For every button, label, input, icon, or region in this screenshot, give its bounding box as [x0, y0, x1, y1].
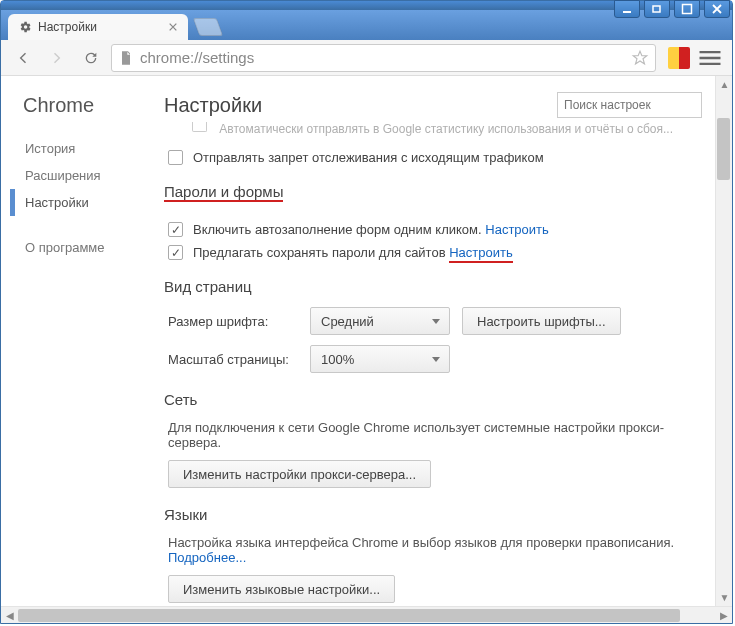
autofill-checkbox[interactable] [168, 222, 183, 237]
languages-section: Языки Настройка языка интерфейса Chrome … [164, 506, 702, 603]
save-passwords-checkbox[interactable] [168, 245, 183, 260]
hscroll-thumb[interactable] [18, 609, 680, 622]
passwords-title: Пароли и формы [164, 183, 283, 202]
content-area: Chrome История Расширения Настройки О пр… [1, 76, 732, 606]
passwords-section: Пароли и формы Включить автозаполнение ф… [164, 183, 702, 260]
autofill-configure-link[interactable]: Настроить [485, 222, 549, 237]
vertical-scrollbar[interactable]: ▲ ▼ [715, 76, 732, 606]
font-size-select[interactable]: Средний [310, 307, 450, 335]
restore-button[interactable] [644, 0, 670, 18]
minimize-button[interactable] [614, 0, 640, 18]
reload-button[interactable] [77, 44, 105, 72]
save-passwords-label: Предлагать сохранять пароли для сайтов Н… [193, 245, 513, 260]
window-controls [614, 0, 730, 18]
sidebar-item-about[interactable]: О программе [25, 234, 146, 261]
tab-title: Настройки [38, 20, 162, 34]
languages-title: Языки [164, 506, 702, 523]
do-not-track-checkbox[interactable] [168, 150, 183, 165]
sidebar-item-settings[interactable]: Настройки [10, 189, 146, 216]
page-title: Настройки [164, 94, 557, 117]
zoom-row: Масштаб страницы: 100% [168, 345, 702, 373]
appearance-title: Вид страниц [164, 278, 702, 295]
network-title: Сеть [164, 391, 702, 408]
sidebar-item-extensions[interactable]: Расширения [25, 162, 146, 189]
toolbar [1, 40, 732, 76]
scroll-down-icon[interactable]: ▼ [716, 589, 732, 606]
omnibox[interactable] [111, 44, 656, 72]
forward-button[interactable] [43, 44, 71, 72]
svg-rect-0 [623, 11, 631, 13]
maximize-button[interactable] [674, 0, 700, 18]
save-passwords-row: Предлагать сохранять пароли для сайтов Н… [168, 245, 702, 260]
languages-more-link[interactable]: Подробнее... [168, 550, 246, 565]
extension-icon[interactable] [668, 47, 690, 69]
proxy-settings-button[interactable]: Изменить настройки прокси-сервера... [168, 460, 431, 488]
cutoff-row: Автоматически отправлять в Google статис… [192, 122, 702, 136]
svg-rect-1 [653, 6, 660, 12]
browser-window: Настройки Chrome История Расширения Наст… [0, 0, 733, 624]
appearance-section: Вид страниц Размер шрифта: Средний Настр… [164, 278, 702, 373]
horizontal-scrollbar[interactable]: ◀ ▶ [1, 606, 732, 623]
url-input[interactable] [140, 49, 631, 66]
search-settings-input[interactable] [557, 92, 702, 118]
gear-icon [18, 20, 32, 34]
new-tab-button[interactable] [193, 18, 224, 36]
configure-fonts-button[interactable]: Настроить шрифты... [462, 307, 621, 335]
sidebar-title: Chrome [23, 94, 146, 117]
menu-button[interactable] [696, 44, 724, 72]
autofill-label: Включить автозаполнение форм одним клико… [193, 222, 549, 237]
do-not-track-label: Отправлять запрет отслеживания с исходящ… [193, 150, 544, 165]
browser-tab[interactable]: Настройки [8, 14, 188, 40]
cutoff-text: Автоматически отправлять в Google статис… [219, 122, 673, 136]
close-window-button[interactable] [704, 0, 730, 18]
sidebar: Chrome История Расширения Настройки О пр… [1, 76, 146, 606]
zoom-label: Масштаб страницы: [168, 352, 298, 367]
page-header: Настройки [164, 92, 702, 118]
do-not-track-row: Отправлять запрет отслеживания с исходящ… [168, 150, 702, 165]
back-button[interactable] [9, 44, 37, 72]
close-tab-icon[interactable] [168, 22, 178, 32]
scroll-thumb[interactable] [717, 118, 730, 180]
svg-rect-2 [683, 5, 692, 14]
language-settings-button[interactable]: Изменить языковые настройки... [168, 575, 395, 603]
font-size-row: Размер шрифта: Средний Настроить шрифты.… [168, 307, 702, 335]
scroll-left-icon[interactable]: ◀ [1, 610, 18, 621]
font-size-label: Размер шрифта: [168, 314, 298, 329]
bookmark-star-icon[interactable] [631, 49, 649, 67]
autofill-row: Включить автозаполнение форм одним клико… [168, 222, 702, 237]
languages-description: Настройка языка интерфейса Chrome и выбо… [168, 535, 702, 565]
save-passwords-configure-link[interactable]: Настроить [449, 245, 513, 263]
scroll-up-icon[interactable]: ▲ [716, 76, 732, 93]
page-icon [118, 50, 134, 66]
sidebar-item-history[interactable]: История [25, 135, 146, 162]
scroll-right-icon[interactable]: ▶ [715, 610, 732, 621]
network-section: Сеть Для подключения к сети Google Chrom… [164, 391, 702, 488]
settings-main: Настройки Автоматически отправлять в Goo… [146, 76, 732, 606]
network-description: Для подключения к сети Google Chrome исп… [168, 420, 702, 450]
zoom-select[interactable]: 100% [310, 345, 450, 373]
